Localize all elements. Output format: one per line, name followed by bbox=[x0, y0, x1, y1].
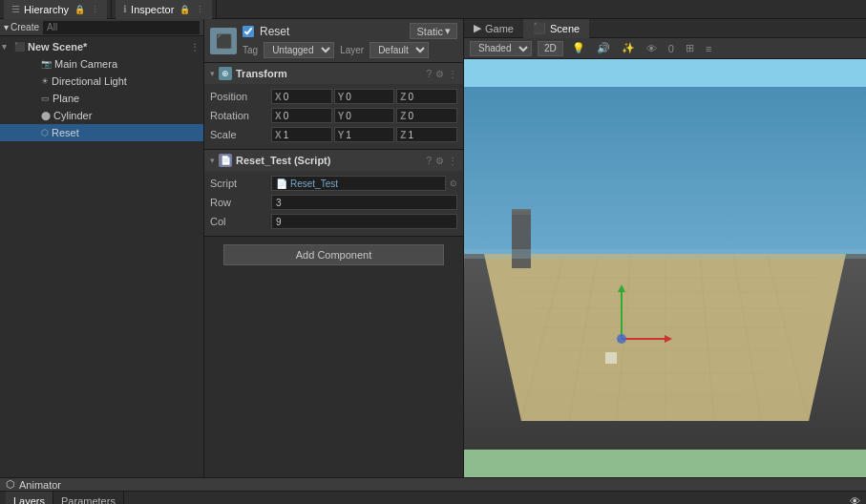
rotation-y-field[interactable]: Y 0 bbox=[334, 108, 395, 123]
more-icon[interactable]: ≡ bbox=[703, 43, 714, 54]
hierarchy-item-main-camera[interactable]: 📷 Main Camera bbox=[0, 55, 203, 73]
scene-menu-icon[interactable]: ⋮ bbox=[190, 42, 203, 52]
reset-label: Reset bbox=[52, 127, 79, 138]
game-tab[interactable]: ▶ Game bbox=[464, 19, 523, 38]
audio-icon[interactable]: 🔊 bbox=[594, 42, 613, 54]
position-z-field[interactable]: Z 0 bbox=[396, 89, 457, 104]
hierarchy-item-plane[interactable]: ▭ Plane bbox=[0, 90, 203, 107]
object-name: Reset bbox=[260, 25, 289, 38]
script-field-label: Script bbox=[210, 178, 267, 189]
svg-rect-26 bbox=[464, 249, 866, 259]
script-file-icon: 📄 bbox=[276, 178, 287, 189]
camera-icon: 📷 bbox=[41, 59, 52, 69]
script-section: ▾ 📄 Reset_Test (Script) ? ⚙ ⋮ Script 📄 R… bbox=[204, 150, 463, 237]
script-menu-icon[interactable]: ⋮ bbox=[448, 156, 457, 166]
2d-button[interactable]: 2D bbox=[538, 41, 563, 56]
static-button[interactable]: Static ▾ bbox=[410, 23, 457, 39]
script-help-icon[interactable]: ? bbox=[426, 156, 432, 166]
rotation-row: Rotation X 0 Y 0 Z 0 bbox=[210, 107, 457, 124]
scene-icon: ⬛ bbox=[14, 42, 25, 52]
transform-header[interactable]: ▾ ⊕ Transform ? ⚙ ⋮ bbox=[204, 63, 463, 84]
hierarchy-items-list: ▾ ⬛ New Scene* ⋮ 📷 Main Camera ☀ Directi… bbox=[0, 36, 203, 477]
animator-parameters-tab[interactable]: Parameters bbox=[53, 492, 124, 504]
position-x-field[interactable]: X 0 bbox=[271, 89, 332, 104]
script-selector-icon[interactable]: ⊙ bbox=[450, 178, 457, 188]
transform-settings-icon[interactable]: ⚙ bbox=[435, 69, 444, 79]
transform-help-icon[interactable]: ? bbox=[426, 69, 432, 79]
transform-arrow-icon: ▾ bbox=[210, 69, 215, 78]
position-y-field[interactable]: Y 0 bbox=[334, 89, 395, 104]
scale-z-field[interactable]: Z 1 bbox=[396, 127, 457, 142]
scene-svg bbox=[464, 59, 866, 477]
svg-rect-20 bbox=[605, 352, 617, 364]
animator-layers-tab[interactable]: Layers bbox=[6, 492, 53, 504]
eye-icon[interactable]: 👁 bbox=[850, 495, 860, 504]
object-active-checkbox[interactable] bbox=[243, 26, 254, 37]
hierarchy-panel: ▾ Create ▾ ⬛ New Scene* ⋮ 📷 Main Camera bbox=[0, 19, 204, 477]
grid-icon[interactable]: ⊞ bbox=[683, 42, 697, 54]
script-reference-field[interactable]: 📄 Reset_Test bbox=[271, 176, 446, 191]
script-body: Script 📄 Reset_Test ⊙ Row 3 Col bbox=[204, 171, 463, 236]
hierarchy-menu-icon[interactable]: ⋮ bbox=[91, 5, 99, 14]
create-button[interactable]: ▾ Create bbox=[4, 22, 39, 32]
tag-select[interactable]: Untagged bbox=[264, 42, 334, 58]
position-label: Position bbox=[210, 91, 267, 102]
rotation-z-field[interactable]: Z 0 bbox=[396, 108, 457, 123]
transform-menu-icon[interactable]: ⋮ bbox=[448, 69, 457, 79]
light-icon[interactable]: 💡 bbox=[569, 42, 588, 54]
scene-canvas bbox=[464, 59, 866, 477]
script-controls: ? ⚙ ⋮ bbox=[426, 156, 457, 166]
scale-y-field[interactable]: Y 1 bbox=[334, 127, 395, 142]
rotation-x-field[interactable]: X 0 bbox=[271, 108, 332, 123]
layer-select[interactable]: Default bbox=[370, 42, 429, 58]
hierarchy-tab[interactable]: ☰ Hierarchy 🔒 ⋮ bbox=[4, 0, 107, 19]
position-z-label: Z bbox=[400, 92, 406, 102]
row-value-field[interactable]: 3 bbox=[271, 195, 457, 210]
inspector-tab-icon: ℹ bbox=[123, 4, 127, 14]
layer-label: Layer bbox=[340, 45, 364, 55]
inspector-tab[interactable]: ℹ Inspector 🔒 ⋮ bbox=[116, 0, 212, 19]
col-field-label: Col bbox=[210, 216, 267, 227]
hierarchy-item-directional-light[interactable]: ☀ Directional Light bbox=[0, 73, 203, 90]
add-component-label: Add Component bbox=[296, 249, 372, 261]
viewport-toolbar: Shaded 2D 💡 🔊 ✨ 👁 0 ⊞ ≡ bbox=[464, 38, 866, 59]
script-header[interactable]: ▾ 📄 Reset_Test (Script) ? ⚙ ⋮ bbox=[204, 150, 463, 171]
top-tab-bar: ☰ Hierarchy 🔒 ⋮ ℹ Inspector 🔒 ⋮ bbox=[0, 0, 866, 19]
script-settings-icon[interactable]: ⚙ bbox=[435, 156, 444, 166]
col-value-field[interactable]: 9 bbox=[271, 214, 457, 229]
inspector-lock-icon: 🔒 bbox=[180, 5, 190, 14]
hierarchy-search-input[interactable] bbox=[43, 21, 200, 34]
rotation-label: Rotation bbox=[210, 110, 267, 121]
scale-y-value: 1 bbox=[346, 130, 351, 140]
animator-panel: ⬡ Animator Layers Parameters 👁 bbox=[0, 477, 866, 504]
transform-icon: ⊕ bbox=[219, 67, 232, 80]
cylinder-label: Cylinder bbox=[53, 110, 92, 121]
add-component-button[interactable]: Add Component bbox=[223, 244, 444, 265]
inspector-tab-label: Inspector bbox=[131, 4, 174, 15]
object-name-row: Reset Static ▾ bbox=[243, 23, 457, 39]
inspector-menu-icon[interactable]: ⋮ bbox=[196, 5, 204, 14]
rotation-xyz-group: X 0 Y 0 Z 0 bbox=[271, 108, 457, 123]
scale-z-label: Z bbox=[400, 130, 406, 140]
shading-select[interactable]: Shaded bbox=[470, 41, 532, 56]
hierarchy-item-cylinder[interactable]: ⬤ Cylinder bbox=[0, 107, 203, 124]
hierarchy-scene-root[interactable]: ▾ ⬛ New Scene* ⋮ bbox=[0, 38, 203, 55]
scene-tab-label: Scene bbox=[550, 23, 580, 34]
script-reference-name: Reset_Test bbox=[290, 178, 338, 189]
tag-label: Tag bbox=[243, 45, 258, 55]
scale-x-field[interactable]: X 1 bbox=[271, 127, 332, 142]
col-value: 9 bbox=[276, 217, 282, 227]
viewport-area: ▶ Game ⬛ Scene Shaded 2D 💡 🔊 ✨ 👁 0 ⊞ ≡ bbox=[464, 19, 866, 477]
gizmo-icon[interactable]: 👁 bbox=[644, 43, 660, 54]
script-component-icon: 📄 bbox=[219, 154, 232, 167]
reset-icon: ⬡ bbox=[41, 128, 49, 137]
position-row: Position X 0 Y 0 Z 0 bbox=[210, 88, 457, 105]
rotation-y-label: Y bbox=[338, 111, 345, 121]
script-title: Reset_Test (Script) bbox=[236, 155, 422, 166]
hierarchy-item-reset[interactable]: ⬡ Reset bbox=[0, 124, 203, 141]
light-label: Directional Light bbox=[52, 75, 127, 87]
scene-tab[interactable]: ⬛ Scene bbox=[523, 19, 589, 38]
parameters-tab-label: Parameters bbox=[61, 495, 116, 504]
scene-tab-icon: ⬛ bbox=[533, 22, 546, 34]
fx-icon[interactable]: ✨ bbox=[619, 42, 638, 54]
